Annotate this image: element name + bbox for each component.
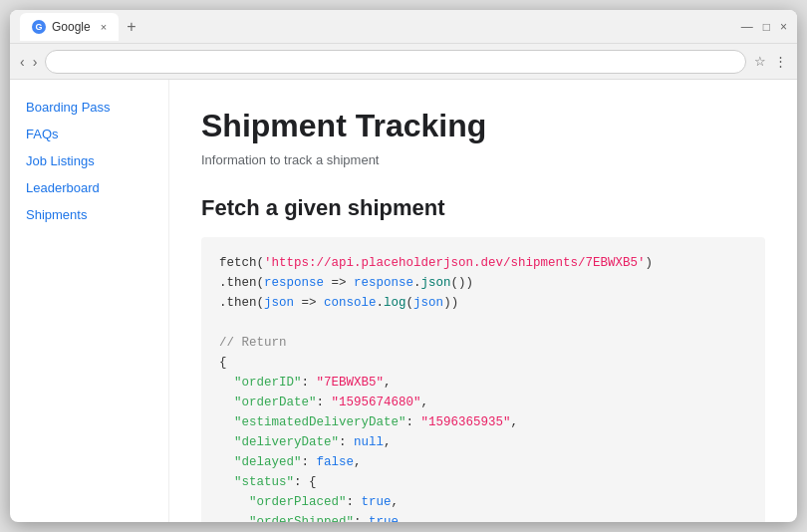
tab-close-icon[interactable]: ×: [101, 21, 107, 33]
sidebar-item-faqs[interactable]: FAQs: [26, 123, 152, 145]
code-line-brace-open: {: [219, 353, 747, 373]
code-block: fetch('https://api.placeholderjson.dev/s…: [201, 237, 765, 522]
bookmark-icon[interactable]: ☆: [754, 54, 766, 69]
title-bar: G Google × + — □ ×: [10, 10, 797, 44]
code-line-status-open: "status": {: [219, 472, 747, 492]
forward-button[interactable]: ›: [33, 54, 38, 70]
minimize-button[interactable]: —: [741, 20, 753, 34]
address-actions: ☆ ⋮: [754, 54, 787, 69]
code-line-comment: // Return: [219, 333, 747, 353]
more-icon[interactable]: ⋮: [774, 54, 787, 69]
tab-strip: G Google × +: [20, 13, 741, 41]
sidebar-item-shipments[interactable]: Shipments: [26, 203, 152, 226]
code-line-then2: .then(json => console.log(json)): [219, 293, 747, 313]
section-title: Fetch a given shipment: [201, 195, 765, 221]
code-line-delayed: "delayed": false,: [219, 452, 747, 472]
active-tab[interactable]: G Google ×: [20, 13, 119, 41]
page-title: Shipment Tracking: [201, 108, 765, 144]
close-window-button[interactable]: ×: [780, 20, 787, 34]
code-line-orderplaced: "orderPlaced": true,: [219, 492, 747, 512]
page-content: Shipment Tracking Information to track a…: [169, 80, 797, 522]
page-subtitle: Information to track a shipment: [201, 152, 765, 167]
sidebar-item-boarding-pass[interactable]: Boarding Pass: [26, 96, 152, 119]
url-input[interactable]: [45, 50, 746, 74]
code-line-deliverydate: "deliveryDate": null,: [219, 432, 747, 452]
code-line-fetch: fetch('https://api.placeholderjson.dev/s…: [219, 253, 747, 273]
content-area: Boarding Pass FAQs Job Listings Leaderbo…: [10, 80, 797, 522]
sidebar: Boarding Pass FAQs Job Listings Leaderbo…: [10, 80, 169, 522]
new-tab-button[interactable]: +: [119, 18, 143, 36]
address-bar: ‹ › ☆ ⋮: [10, 44, 797, 80]
code-line-estimateddelivery: "estimatedDeliveryDate": "1596365935",: [219, 412, 747, 432]
maximize-button[interactable]: □: [763, 20, 770, 34]
sidebar-item-leaderboard[interactable]: Leaderboard: [26, 176, 152, 199]
back-button[interactable]: ‹: [20, 54, 25, 70]
tab-label: Google: [52, 20, 91, 34]
code-line-blank: [219, 313, 747, 333]
tab-favicon: G: [32, 20, 46, 34]
browser-window: G Google × + — □ × ‹ › ☆ ⋮ Boarding Pass…: [10, 10, 797, 522]
code-line-ordershipped: "orderShipped": true,: [219, 512, 747, 522]
sidebar-item-job-listings[interactable]: Job Listings: [26, 149, 152, 172]
code-line-then1: .then(response => response.json()): [219, 273, 747, 293]
window-controls: — □ ×: [741, 20, 787, 34]
code-line-orderid: "orderID": "7EBWXB5",: [219, 373, 747, 393]
code-line-orderdate: "orderDate": "1595674680",: [219, 393, 747, 412]
